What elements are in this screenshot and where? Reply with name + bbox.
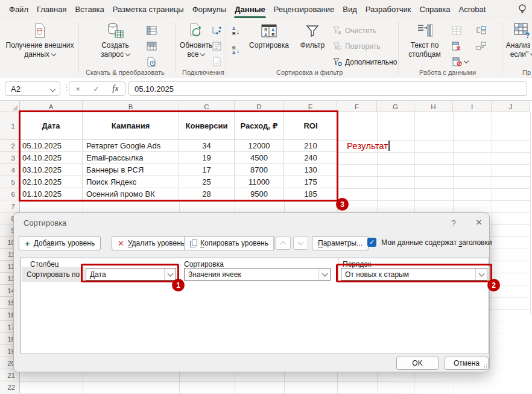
add-level-label: Добавить уровень — [34, 239, 95, 247]
header-cell[interactable]: Кампания — [83, 112, 179, 140]
row-header-4[interactable]: 4 — [0, 164, 20, 176]
dialog-help-icon[interactable]: ? — [447, 217, 460, 230]
data-cell[interactable]: 03.10.2025 — [20, 164, 83, 176]
copy-level-button[interactable]: Копировать уровень — [184, 236, 274, 250]
column-header-A[interactable]: A — [20, 101, 83, 112]
annotation-badge-2: 2 — [487, 279, 500, 291]
row-header-3[interactable]: 3 — [0, 152, 20, 164]
data-cell[interactable]: 12000 — [235, 140, 284, 152]
dialog-close-icon[interactable]: × — [471, 215, 487, 230]
resize-grip[interactable] — [481, 364, 487, 370]
data-cell[interactable]: 11000 — [235, 176, 284, 188]
data-cell[interactable]: Email-рассылка — [83, 152, 179, 164]
sort-dialog: Сортировка ? × + Добавить уровень ✕ Удал… — [13, 212, 490, 372]
add-level-button[interactable]: + Добавить уровень — [19, 236, 101, 250]
gridline — [492, 112, 492, 393]
data-cell[interactable]: 04.10.2025 — [20, 152, 83, 164]
row-header-2[interactable]: 2 — [0, 140, 20, 152]
sort-on-dropdown[interactable]: Значения ячеек — [184, 268, 331, 281]
result-cell-text[interactable]: Результат — [347, 141, 390, 151]
chevron-down-icon — [321, 271, 328, 277]
headers-checkbox[interactable]: ✓ — [367, 238, 376, 247]
sort-on-header: Сортировка — [184, 260, 224, 268]
data-cell[interactable]: 17 — [179, 164, 235, 176]
data-cell[interactable]: 4500 — [235, 152, 284, 164]
table-row: 03.10.2025Баннеры в РСЯ178700130 — [20, 164, 337, 176]
ok-button[interactable]: OK — [396, 357, 439, 370]
gridline — [20, 381, 530, 382]
plus-icon: + — [25, 239, 30, 248]
column-header-D[interactable]: D — [235, 101, 284, 112]
chevron-up-icon — [280, 241, 287, 247]
header-cell[interactable]: Расход, ₽ — [235, 112, 284, 140]
excel-window: ФайлГлавнаяВставкаРазметка страницыФорму… — [0, 0, 532, 394]
column-header-G[interactable]: G — [377, 101, 414, 112]
result-label: Результат — [347, 141, 388, 151]
chevron-down-icon — [478, 271, 484, 277]
data-cell[interactable]: 19 — [179, 152, 235, 164]
dropdown-button[interactable] — [475, 268, 487, 280]
row-header-1[interactable]: 1 — [0, 112, 20, 140]
data-cell[interactable]: 25 — [179, 176, 235, 188]
column-header-I[interactable]: I — [453, 101, 492, 112]
options-label: Параметры... — [318, 239, 363, 247]
data-cell[interactable]: Поиск Яндекс — [83, 176, 179, 188]
annotation-badge-3: 3 — [336, 198, 349, 211]
select-all-corner[interactable] — [0, 101, 20, 112]
delete-level-button[interactable]: ✕ Удалить уровень — [112, 236, 191, 250]
row-header-6[interactable]: 6 — [0, 188, 20, 200]
data-cell[interactable]: 175 — [284, 176, 337, 188]
annotation-badge-1: 1 — [172, 279, 185, 291]
table-row: 04.10.2025Email-рассылка194500240 — [20, 152, 337, 164]
header-cell[interactable]: Конверсии — [179, 112, 235, 140]
data-cell[interactable]: Ретаргет Google Ads — [83, 140, 179, 152]
data-cell[interactable]: 02.10.2025 — [20, 176, 83, 188]
data-cell[interactable]: 8700 — [235, 164, 284, 176]
dialog-title: Сортировка — [24, 218, 66, 227]
column-header-E[interactable]: E — [284, 101, 337, 112]
sort-levels-list: Столбец Сортировка Порядок Сортировать п… — [21, 258, 489, 354]
dropdown-button[interactable] — [318, 268, 330, 280]
text-cursor — [388, 141, 390, 151]
data-cell[interactable]: 210 — [284, 140, 337, 152]
list-divider — [338, 258, 339, 282]
data-cell[interactable]: 28 — [179, 188, 235, 200]
column-header-J[interactable]: J — [492, 101, 530, 112]
move-down-button[interactable] — [293, 237, 308, 250]
options-button[interactable]: Параметры... — [312, 236, 369, 250]
order-dropdown-value: От новых к старым — [341, 270, 475, 279]
column-dropdown[interactable]: Дата — [86, 268, 176, 281]
data-cell[interactable]: 185 — [284, 188, 337, 200]
column-header-B[interactable]: B — [83, 101, 179, 112]
data-cell[interactable]: 34 — [179, 140, 235, 152]
headers-checkbox-label[interactable]: Мои данные содержат заголовки — [381, 238, 492, 247]
data-cell[interactable]: 9500 — [235, 188, 284, 200]
toolbar-separator — [273, 236, 274, 250]
table-row: 02.10.2025Поиск Яндекс2511000175 — [20, 176, 337, 188]
column-dropdown-value: Дата — [86, 270, 164, 279]
table-header-row: ДатаКампанияКонверсииРасход, ₽ROI — [20, 112, 337, 140]
data-cell[interactable]: 130 — [284, 164, 337, 176]
column-header-C[interactable]: C — [179, 101, 235, 112]
order-header: Порядок — [343, 260, 371, 268]
copy-icon — [190, 240, 197, 247]
data-cell[interactable]: Баннеры в РСЯ — [83, 164, 179, 176]
delete-level-label: Удалить уровень — [128, 239, 185, 247]
move-up-button[interactable] — [276, 237, 291, 250]
header-cell[interactable]: Дата — [20, 112, 83, 140]
header-cell[interactable]: ROI — [284, 112, 337, 140]
column-header-F[interactable]: F — [337, 101, 377, 112]
row-header-7[interactable]: 7 — [0, 200, 20, 212]
column-header-H[interactable]: H — [414, 101, 453, 112]
order-dropdown[interactable]: От новых к старым — [341, 268, 487, 281]
data-cell[interactable]: Осенний промо ВК — [83, 188, 179, 200]
dropdown-button[interactable] — [164, 268, 176, 280]
table-row: 05.10.2025Ретаргет Google Ads3412000210 — [20, 140, 337, 152]
data-cell[interactable]: 05.10.2025 — [20, 140, 83, 152]
row-header-22[interactable]: 22 — [0, 381, 20, 393]
checkmark-icon: ✓ — [369, 238, 375, 246]
row-header-5[interactable]: 5 — [0, 176, 20, 188]
data-cell[interactable]: 240 — [284, 152, 337, 164]
copy-level-label: Копировать уровень — [200, 239, 268, 247]
data-cell[interactable]: 01.10.2025 — [20, 188, 83, 200]
